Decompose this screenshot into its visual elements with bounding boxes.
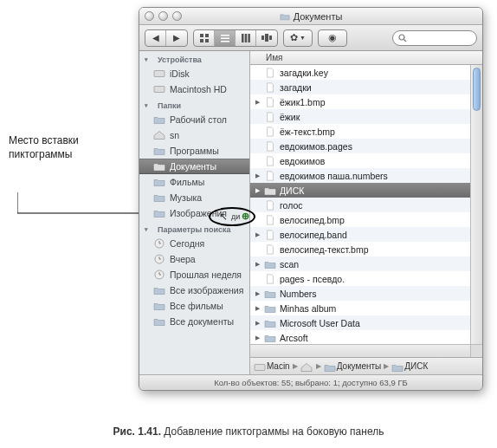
doc-icon: [264, 97, 276, 107]
search-field[interactable]: [392, 30, 477, 46]
file-row[interactable]: велосипед.bmp: [250, 212, 470, 227]
sidebar-item[interactable]: Вчера: [139, 251, 249, 267]
file-row[interactable]: ▶ДИСК: [250, 183, 470, 198]
icon-view-button[interactable]: [194, 30, 215, 46]
sidebar-section-header[interactable]: Устройства: [139, 51, 249, 66]
hd-icon: [153, 84, 165, 94]
file-name: Microsoft User Data: [280, 318, 360, 328]
window-title: Документы: [139, 11, 482, 22]
window-body: УстройстваiDiskMacintosh HDПапкиРабочий …: [139, 51, 482, 374]
annotation-line2: пиктограммы: [9, 148, 72, 160]
disclosure-triangle[interactable]: ▶: [254, 290, 261, 297]
back-button[interactable]: ◀: [145, 30, 166, 46]
path-bar: Macin▶▶Документы▶ДИСК: [250, 357, 482, 374]
file-row[interactable]: ▶ёжик1.bmp: [250, 94, 470, 109]
file-name: scan: [280, 259, 299, 269]
sidebar-item-label: Документы: [170, 160, 216, 172]
file-row[interactable]: загадки: [250, 80, 470, 94]
disclosure-triangle[interactable]: ▶: [254, 334, 261, 341]
file-row[interactable]: ёжик: [250, 109, 470, 124]
svg-rect-7: [242, 34, 244, 42]
clock-icon: [153, 238, 165, 249]
sidebar-item[interactable]: Изображения: [139, 205, 249, 221]
sidebar-item[interactable]: Программы: [139, 143, 249, 159]
scrollbar-vertical[interactable]: [470, 65, 482, 344]
resize-corner[interactable]: [470, 344, 482, 357]
file-row[interactable]: ёж-текст.bmp: [250, 124, 470, 139]
search-input[interactable]: [410, 33, 471, 42]
column-header-label: Имя: [266, 53, 282, 62]
sidebar-item[interactable]: Фильмы: [139, 174, 249, 190]
column-view-button[interactable]: [236, 30, 256, 46]
path-segment[interactable]: ДИСК: [391, 361, 428, 371]
traffic-lights: [145, 11, 182, 21]
quicklook-button[interactable]: ◉: [318, 29, 347, 47]
zoom-button[interactable]: [172, 11, 182, 21]
file-row[interactable]: загадки.key: [250, 65, 470, 80]
action-menu-button[interactable]: ✿▼: [283, 29, 313, 47]
clock-icon: [153, 269, 165, 280]
sidebar-item[interactable]: Музыка: [139, 190, 249, 205]
path-segment[interactable]: Документы: [324, 361, 382, 371]
svg-line-14: [404, 39, 407, 42]
smart-icon: [153, 316, 165, 327]
file-row[interactable]: ▶scan: [250, 256, 470, 271]
scrollbar-horizontal[interactable]: [250, 344, 470, 357]
list-view-button[interactable]: [215, 30, 236, 46]
sidebar-item[interactable]: Все фильмы: [139, 298, 249, 314]
sidebar-item-label: Программы: [170, 145, 219, 157]
folder-icon: [264, 333, 276, 343]
disclosure-triangle[interactable]: ▶: [254, 99, 261, 106]
svg-rect-0: [200, 34, 203, 37]
disclosure-triangle[interactable]: ▶: [254, 261, 261, 268]
list-icon: [221, 34, 229, 42]
sidebar-item[interactable]: Документы: [139, 159, 249, 174]
sidebar-item[interactable]: Сегодня: [139, 236, 249, 251]
file-name: pages - псевдо.: [280, 274, 345, 284]
close-button[interactable]: [145, 11, 154, 21]
disclosure-triangle[interactable]: ▶: [254, 320, 261, 327]
sidebar-item[interactable]: iDisk: [139, 66, 249, 81]
sidebar-item[interactable]: Macintosh HD: [139, 81, 249, 97]
sidebar-item[interactable]: Все документы: [139, 314, 249, 329]
status-bar: Кол-во объектов: 55; выбрано: 1; доступн…: [139, 374, 482, 390]
minimize-button[interactable]: [158, 11, 168, 21]
sidebar-item[interactable]: Прошлая неделя: [139, 267, 249, 282]
file-name: голос: [280, 200, 303, 211]
forward-button[interactable]: ▶: [166, 30, 187, 46]
path-segment[interactable]: [300, 362, 313, 371]
file-row[interactable]: ▶евдокимов паша.numbers: [250, 168, 470, 183]
file-row[interactable]: pages - псевдо.: [250, 271, 470, 286]
path-segment[interactable]: Macin: [254, 361, 290, 371]
folder-icon: [391, 362, 402, 371]
disclosure-triangle[interactable]: ▶: [254, 187, 261, 194]
file-row[interactable]: ▶Numbers: [250, 286, 470, 301]
file-name: загадки: [280, 82, 312, 93]
file-row[interactable]: ▶Microsoft User Data: [250, 315, 470, 330]
sidebar-item[interactable]: sn: [139, 127, 249, 143]
home-icon: [153, 130, 165, 140]
file-row[interactable]: голос: [250, 198, 470, 212]
sidebar-item[interactable]: Рабочий стол: [139, 112, 249, 127]
file-name: Minhas album: [280, 303, 336, 314]
file-row[interactable]: ▶Minhas album: [250, 301, 470, 315]
sidebar-item-label: Сегодня: [170, 237, 204, 250]
file-row[interactable]: евдокимов.pages: [250, 139, 470, 153]
file-row[interactable]: евдокимов: [250, 153, 470, 168]
file-row[interactable]: ▶велосипед.band: [250, 227, 470, 242]
sidebar-item-label: Все изображения: [170, 284, 243, 296]
sidebar-item-label: Изображения: [170, 207, 227, 219]
disclosure-triangle[interactable]: ▶: [254, 231, 261, 238]
key-icon: [264, 68, 276, 78]
sidebar-item[interactable]: Все изображения: [139, 282, 249, 298]
file-row[interactable]: велосипед-текст.bmp: [250, 242, 470, 256]
coverflow-view-button[interactable]: [256, 30, 277, 46]
scrollbar-thumb[interactable]: [473, 68, 481, 111]
folder-icon: [264, 289, 276, 299]
file-row[interactable]: ▶Arcsoft: [250, 330, 470, 344]
sidebar-section-header[interactable]: Папки: [139, 97, 249, 112]
sidebar-section-header[interactable]: Параметры поиска: [139, 221, 249, 236]
disclosure-triangle[interactable]: ▶: [254, 305, 261, 312]
disclosure-triangle[interactable]: ▶: [254, 172, 261, 179]
column-header-name[interactable]: Имя: [250, 51, 482, 65]
